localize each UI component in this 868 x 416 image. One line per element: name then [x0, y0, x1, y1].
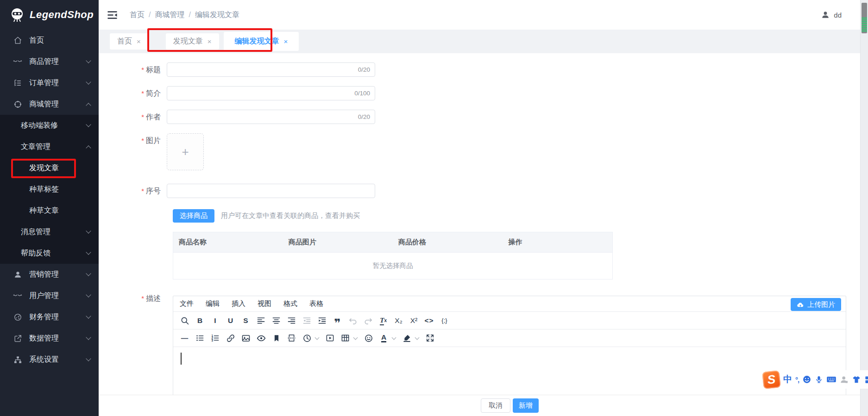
sidebar-item-goods[interactable]: 商品管理	[0, 51, 99, 72]
product-table-header-row: 商品名称 商品图片 商品价格 操作	[173, 232, 613, 253]
chinese-mode-icon[interactable]: 中	[783, 373, 792, 385]
sidebar-item-marketing[interactable]: 营销管理	[0, 264, 99, 285]
select-product-row: 选择商品 用户可在文章中查看关联的商品，查看并购买	[173, 209, 860, 223]
redo-icon[interactable]	[360, 314, 376, 328]
intro-input[interactable]	[172, 89, 351, 97]
sidebar-item-grass-article[interactable]: 种草文章	[0, 200, 99, 221]
emoji-icon[interactable]	[361, 331, 376, 345]
indent-icon[interactable]	[314, 314, 330, 328]
submit-button[interactable]: 新增	[513, 398, 539, 413]
field-label: 作者	[146, 113, 161, 121]
sidebar-item-grass-tag[interactable]: 种草标签	[0, 179, 99, 200]
mall-submenu: 移动端装修 文章管理 发现文章 种草标签 种草文章 消息管理 帮助反馈	[0, 115, 99, 264]
chevron-down-icon[interactable]	[392, 335, 396, 340]
cancel-button[interactable]: 取消	[481, 398, 510, 413]
menu-view[interactable]: 视图	[258, 299, 271, 308]
insert-time-icon[interactable]	[299, 331, 314, 345]
logo[interactable]: LegendShop	[0, 0, 99, 30]
horizontal-rule-icon[interactable]: —	[177, 331, 192, 345]
table-icon[interactable]	[338, 331, 353, 345]
tab-edit-discover-article[interactable]: 编辑发现文章 ×	[224, 32, 299, 51]
search-icon[interactable]	[177, 314, 192, 328]
keyboard-icon[interactable]	[826, 375, 837, 384]
sogou-logo-icon[interactable]: S	[762, 370, 781, 389]
preview-eye-icon[interactable]	[253, 331, 269, 345]
title-counter: 0/20	[358, 66, 370, 73]
sidebar-item-help-feedback[interactable]: 帮助反馈	[0, 242, 99, 264]
numbered-list-icon[interactable]: 123	[208, 331, 223, 345]
code-icon[interactable]: <>	[421, 314, 437, 328]
code-sample-icon[interactable]: {;}	[437, 314, 452, 328]
sidebar-item-mobile-decor[interactable]: 移动端装修	[0, 115, 99, 136]
align-left-icon[interactable]	[253, 314, 269, 328]
menu-table[interactable]: 表格	[309, 299, 323, 308]
microphone-icon[interactable]	[815, 375, 823, 384]
outdent-icon[interactable]	[299, 314, 314, 328]
select-product-button[interactable]: 选择商品	[173, 209, 214, 223]
chevron-down-icon[interactable]	[415, 335, 420, 340]
highlight-pen-icon[interactable]	[399, 331, 415, 345]
menu-edit[interactable]: 编辑	[206, 299, 220, 308]
align-right-icon[interactable]	[284, 314, 299, 328]
upload-image-button[interactable]: 上传图片	[791, 298, 841, 311]
required-asterisk: *	[141, 294, 144, 302]
underline-icon[interactable]: U	[223, 314, 238, 328]
title-input[interactable]	[172, 66, 354, 74]
sidebar-item-settings[interactable]: 系统设置	[0, 349, 99, 370]
chevron-down-icon[interactable]	[315, 335, 320, 340]
strikethrough-icon[interactable]: S	[238, 314, 253, 328]
intro-counter: 0/100	[354, 90, 370, 97]
sidebar-item-finance[interactable]: 财务管理	[0, 306, 99, 328]
media-icon[interactable]	[322, 331, 338, 345]
subscript-icon[interactable]: X₂	[391, 314, 406, 328]
sidebar-item-mall[interactable]: 商城管理	[0, 93, 99, 115]
sidebar-item-data[interactable]: 数据管理	[0, 328, 99, 349]
ime-toolbox-grid-icon[interactable]	[864, 375, 868, 384]
close-icon[interactable]: ×	[284, 37, 288, 45]
menu-format[interactable]: 格式	[283, 299, 297, 308]
collapse-sidebar-icon[interactable]	[107, 11, 118, 19]
tab-home[interactable]: 首页 ×	[110, 33, 148, 50]
menu-insert[interactable]: 插入	[232, 299, 245, 308]
bold-icon[interactable]: B	[192, 314, 208, 328]
required-asterisk: *	[141, 113, 144, 121]
author-input[interactable]	[172, 113, 354, 121]
sidebar-item-home[interactable]: 首页	[0, 30, 99, 51]
close-icon[interactable]: ×	[137, 37, 141, 45]
user-menu[interactable]: dd	[821, 11, 842, 19]
clear-formatting-icon[interactable]: Tx	[376, 314, 391, 328]
page-break-icon[interactable]	[284, 331, 299, 345]
close-icon[interactable]: ×	[208, 37, 212, 45]
text-color-icon[interactable]: A	[376, 331, 391, 345]
editor-content-area[interactable]	[173, 347, 846, 395]
sidebar-item-label: 商品管理	[29, 57, 59, 67]
superscript-icon[interactable]: X²	[406, 314, 421, 328]
align-center-icon[interactable]	[269, 314, 284, 328]
sidebar-item-discover-article[interactable]: 发现文章	[0, 157, 99, 179]
blockquote-icon[interactable]: ❞	[330, 314, 345, 328]
sidebar-item-orders[interactable]: 订单管理	[0, 72, 99, 93]
tab-discover-article[interactable]: 发现文章 ×	[166, 33, 219, 50]
ime-emoji-icon[interactable]	[802, 375, 811, 384]
seq-input[interactable]	[172, 187, 370, 195]
upload-image-label: 上传图片	[807, 300, 835, 309]
bullet-list-icon[interactable]	[192, 331, 208, 345]
image-upload-box[interactable]: +	[167, 133, 204, 170]
skin-tshirt-icon[interactable]	[852, 375, 861, 384]
undo-icon[interactable]	[345, 314, 360, 328]
image-icon[interactable]	[238, 331, 253, 345]
chevron-down-icon[interactable]	[353, 335, 358, 340]
page-scrollbar[interactable]	[860, 0, 868, 416]
fullscreen-icon[interactable]	[422, 331, 438, 345]
sidebar-item-message-mgmt[interactable]: 消息管理	[0, 221, 99, 242]
punctuation-icon[interactable]: °,	[795, 376, 799, 384]
sidebar-item-users[interactable]: 用户管理	[0, 285, 99, 306]
sidebar-item-article-mgmt[interactable]: 文章管理	[0, 136, 99, 157]
breadcrumb-item-home[interactable]: 首页	[130, 10, 145, 20]
ime-person-icon[interactable]	[840, 375, 849, 384]
link-icon[interactable]	[223, 331, 238, 345]
menu-file[interactable]: 文件	[180, 299, 194, 308]
breadcrumb-item-mall[interactable]: 商城管理	[155, 10, 184, 20]
italic-icon[interactable]: I	[208, 314, 223, 328]
bookmark-anchor-icon[interactable]	[269, 331, 284, 345]
